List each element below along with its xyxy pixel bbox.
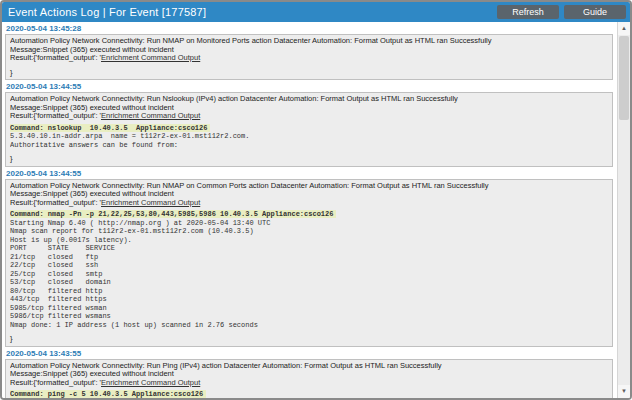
entry-message-line: Message:Snippet (365) executed without i… <box>10 190 608 199</box>
window-header: Event Actions Log | For Event [177587] R… <box>2 2 630 22</box>
enrichment-output-link[interactable]: Enrichment Command Output <box>101 199 200 207</box>
entry-result-line: Result:{'formatted_output': 'Enrichment … <box>10 199 608 208</box>
entry-message-line: Message:Snippet (365) executed without i… <box>10 370 608 379</box>
result-prefix: Result:{'formatted_output': ' <box>10 54 101 62</box>
entry-policy-line: Automation Policy Network Connectivity: … <box>10 95 608 104</box>
result-prefix: Result:{'formatted_output': ' <box>10 112 101 120</box>
scroll-up-icon[interactable]: ▲ <box>618 22 630 35</box>
command-line: Command: ping -c 5 10.40.3.5 Appliance:c… <box>10 390 206 398</box>
entry-result-line: Result:{'formatted_output': 'Enrichment … <box>10 54 608 63</box>
entry-body: Automation Policy Network Connectivity: … <box>5 34 613 80</box>
window-title: Event Actions Log | For Event [177587] <box>8 6 492 18</box>
scrollbar-thumb[interactable] <box>619 36 629 120</box>
entry-timestamp: 2020-05-04 13:43:55 <box>5 348 613 359</box>
entry-policy-line: Automation Policy Network Connectivity: … <box>10 362 608 371</box>
enrichment-output-link[interactable]: Enrichment Command Output <box>101 379 200 387</box>
entry-result-line: Result:{'formatted_output': 'Enrichment … <box>10 379 608 388</box>
log-entry: 2020-05-04 13:44:55 Automation Policy Ne… <box>5 81 613 167</box>
entry-closing-brace: } <box>10 155 608 164</box>
entry-message-line: Message:Snippet (365) executed without i… <box>10 104 608 113</box>
log-entry: 2020-05-04 13:44:55 Automation Policy Ne… <box>5 168 613 347</box>
command-line: Command: nslookup 10.40.3.5 Appliance:cs… <box>10 124 210 132</box>
entry-body: Automation Policy Network Connectivity: … <box>5 179 613 347</box>
result-prefix: Result:{'formatted_output': ' <box>10 199 101 207</box>
log-entry: 2020-05-04 13:45:28 Automation Policy Ne… <box>5 23 613 80</box>
entry-result-line: Result:{'formatted_output': 'Enrichment … <box>10 112 608 121</box>
result-prefix: Result:{'formatted_output': ' <box>10 379 101 387</box>
vertical-scrollbar[interactable]: ▲ ▼ <box>617 22 630 398</box>
refresh-button[interactable]: Refresh <box>497 5 559 19</box>
entry-policy-line: Automation Policy Network Connectivity: … <box>10 182 608 191</box>
command-result-text: Starting Nmap 6.40 ( http://nmap.org ) a… <box>10 219 270 329</box>
entry-timestamp: 2020-05-04 13:45:28 <box>5 23 613 34</box>
command-output: Command: nslookup 10.40.3.5 Appliance:cs… <box>10 124 608 150</box>
entry-policy-line: Automation Policy Network Connectivity: … <box>10 37 608 46</box>
entry-message-line: Message:Snippet (365) executed without i… <box>10 46 608 55</box>
guide-button[interactable]: Guide <box>564 5 626 19</box>
enrichment-output-link[interactable]: Enrichment Command Output <box>101 112 200 120</box>
scroll-down-icon[interactable]: ▼ <box>618 385 630 398</box>
event-actions-log-window: Event Actions Log | For Event [177587] R… <box>0 0 632 400</box>
entry-timestamp: 2020-05-04 13:44:55 <box>5 168 613 179</box>
command-output: Command: nmap -Pn -p 21,22,25,53,80,443,… <box>10 210 608 329</box>
command-output: Command: ping -c 5 10.40.3.5 Appliance:c… <box>10 390 608 398</box>
entry-closing-brace: } <box>10 335 608 344</box>
command-line: Command: nmap -Pn -p 21,22,25,53,80,443,… <box>10 210 336 218</box>
entry-body: Automation Policy Network Connectivity: … <box>5 92 613 167</box>
entry-body: Automation Policy Network Connectivity: … <box>5 359 613 399</box>
command-result-text: 5.3.40.10.in-addr.arpa name = t112r2-ex-… <box>10 132 249 149</box>
log-content: 2020-05-04 13:45:28 Automation Policy Ne… <box>2 22 630 398</box>
entry-closing-brace: } <box>10 69 608 78</box>
enrichment-output-link[interactable]: Enrichment Command Output <box>101 54 200 62</box>
entry-timestamp: 2020-05-04 13:44:55 <box>5 81 613 92</box>
log-entry: 2020-05-04 13:43:55 Automation Policy Ne… <box>5 348 613 399</box>
